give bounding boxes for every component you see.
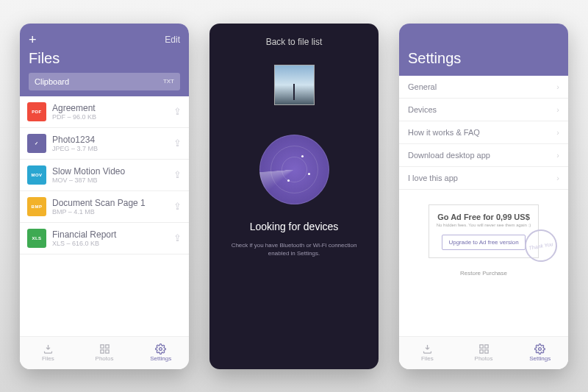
tab-bar: Files Photos Settings — [399, 336, 568, 369]
grid-icon — [478, 343, 490, 354]
tab-label: Photos — [475, 355, 493, 362]
row-label: Devices — [408, 105, 437, 114]
row-label: I love this app — [408, 174, 458, 182]
file-name: Photo1234 — [52, 135, 168, 145]
svg-rect-3 — [105, 350, 108, 353]
tab-bar: Files Photos Settings — [20, 336, 189, 369]
tab-photos[interactable]: Photos — [76, 337, 133, 369]
tab-settings[interactable]: Settings — [132, 337, 189, 369]
tab-label: Files — [421, 355, 434, 362]
svg-rect-7 — [479, 350, 482, 353]
thank-you-stamp: Thank You — [523, 227, 560, 264]
restore-purchase-link[interactable]: Restore Purchase — [399, 270, 568, 277]
share-icon[interactable]: ⇪ — [173, 232, 182, 243]
file-meta: XLS – 616.0 KB — [52, 240, 168, 247]
settings-header: Settings — [399, 24, 568, 76]
svg-point-4 — [159, 348, 162, 351]
adfree-card: Go Ad Free for 0,99 US$ No hidden fees. … — [429, 204, 539, 258]
back-link[interactable]: Back to file list — [209, 24, 379, 54]
settings-row-love[interactable]: I love this app› — [399, 167, 568, 190]
transfer-body: Looking for devices Check if you have Bl… — [209, 54, 379, 369]
share-icon[interactable]: ⇪ — [173, 201, 182, 212]
file-meta: PDF – 96.0 KB — [52, 113, 168, 121]
share-icon[interactable]: ⇪ — [173, 138, 182, 149]
clipboard-label: Clipboard — [35, 77, 69, 86]
gear-icon — [534, 343, 545, 354]
share-icon[interactable]: ⇪ — [173, 106, 182, 117]
tab-settings[interactable]: Settings — [512, 337, 568, 369]
svg-rect-2 — [100, 350, 103, 353]
tab-label: Settings — [529, 355, 551, 362]
file-name: Financial Report — [52, 229, 168, 240]
file-row[interactable]: PDF Agreement PDF – 96.0 KB ⇪ — [20, 96, 189, 128]
file-type-icon: PDF — [27, 102, 46, 121]
grid-icon — [99, 343, 110, 354]
adfree-title: Go Ad Free for 0,99 US$ — [435, 213, 532, 221]
svg-rect-8 — [484, 350, 487, 353]
settings-row-general[interactable]: General› — [399, 76, 568, 99]
chevron-right-icon: › — [556, 128, 559, 137]
chevron-right-icon: › — [556, 105, 559, 114]
file-type-icon: ✓ — [27, 134, 46, 153]
settings-row-desktop[interactable]: Download desktop app› — [399, 144, 568, 167]
row-label: General — [408, 82, 437, 91]
add-icon[interactable]: + — [29, 33, 37, 46]
file-row[interactable]: ✓ Photo1234 JPEG – 3.7 MB ⇪ — [20, 128, 189, 160]
svg-rect-5 — [479, 345, 482, 348]
svg-rect-0 — [100, 345, 103, 348]
transfer-status: Looking for devices — [250, 221, 339, 232]
svg-point-9 — [539, 348, 542, 351]
file-type-icon: XLS — [27, 229, 46, 248]
photo-thumbnail[interactable] — [274, 65, 315, 105]
chevron-right-icon: › — [556, 151, 559, 160]
settings-title: Settings — [408, 50, 559, 67]
gear-icon — [155, 343, 166, 354]
files-header: + Edit Files Clipboard TXT — [20, 24, 189, 96]
file-type-icon: BMP — [27, 197, 46, 216]
files-list[interactable]: PDF Agreement PDF – 96.0 KB ⇪ ✓ Photo123… — [20, 96, 189, 336]
edit-link[interactable]: Edit — [165, 35, 180, 45]
file-meta: BMP – 4.1 MB — [52, 208, 168, 215]
share-icon[interactable]: ⇪ — [173, 169, 182, 180]
file-row[interactable]: XLS Financial Report XLS – 616.0 KB ⇪ — [20, 223, 189, 254]
file-row[interactable]: BMP Document Scan Page 1 BMP – 4.1 MB ⇪ — [20, 191, 189, 223]
tab-label: Settings — [150, 355, 171, 362]
download-icon — [422, 343, 433, 354]
tab-label: Files — [42, 355, 54, 362]
settings-row-faq[interactable]: How it works & FAQ› — [399, 121, 568, 144]
tab-photos[interactable]: Photos — [456, 337, 512, 369]
row-label: How it works & FAQ — [408, 128, 480, 137]
transfer-hint: Check if you have Bluetooth or Wi-Fi con… — [209, 241, 379, 257]
files-title: Files — [29, 50, 180, 67]
clipboard-ext: TXT — [163, 78, 174, 85]
file-type-icon: MOV — [27, 165, 46, 185]
chevron-right-icon: › — [556, 174, 559, 182]
chevron-right-icon: › — [556, 82, 559, 91]
tab-files[interactable]: Files — [399, 337, 456, 369]
svg-rect-6 — [484, 345, 487, 348]
files-screen: + Edit Files Clipboard TXT PDF Agreement… — [20, 24, 189, 369]
upgrade-button[interactable]: Upgrade to Ad free version — [442, 235, 525, 250]
settings-list: General› Devices› How it works & FAQ› Do… — [399, 76, 568, 336]
file-name: Slow Motion Video — [52, 166, 168, 177]
clipboard-row[interactable]: Clipboard TXT — [29, 73, 180, 90]
file-name: Document Scan Page 1 — [52, 198, 168, 208]
radar-graphic — [259, 135, 329, 204]
tab-label: Photos — [96, 355, 114, 362]
download-icon — [43, 343, 54, 354]
adfree-subtitle: No hidden fees. You will never see them … — [435, 223, 532, 227]
settings-screen: Settings General› Devices› How it works … — [399, 24, 568, 369]
svg-rect-1 — [105, 345, 108, 348]
file-row[interactable]: MOV Slow Motion Video MOV – 387 MB ⇪ — [20, 160, 189, 191]
transfer-screen: Back to file list Looking for devices Ch… — [209, 24, 379, 369]
file-meta: JPEG – 3.7 MB — [52, 145, 168, 152]
row-label: Download desktop app — [408, 151, 490, 160]
tab-files[interactable]: Files — [20, 337, 76, 369]
file-name: Agreement — [52, 103, 168, 113]
settings-row-devices[interactable]: Devices› — [399, 99, 568, 121]
file-meta: MOV – 387 MB — [52, 177, 168, 184]
